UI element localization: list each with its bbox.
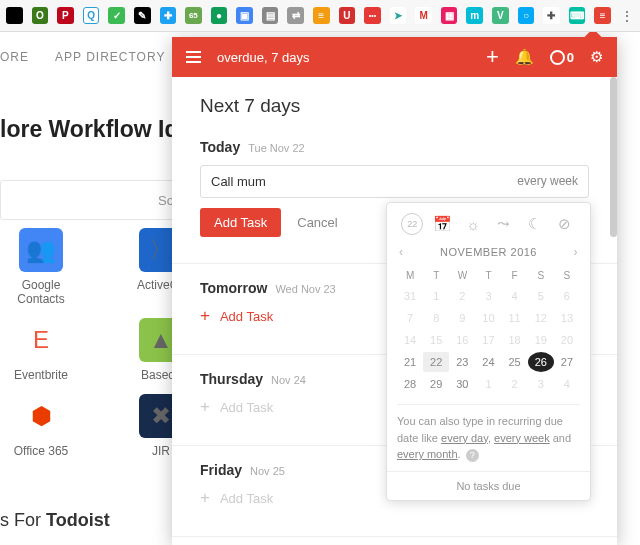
add-icon[interactable]: +: [486, 44, 499, 70]
bell-icon[interactable]: 🔔: [515, 48, 534, 66]
app-tile[interactable]: 👥Google Contacts: [12, 228, 70, 306]
extension-icon[interactable]: P: [57, 7, 74, 24]
browser-extension-bar: OPQ✓✎✚65●▣▤⇄≡U•••➤M▦mV○✚⌨≡⋮: [0, 0, 640, 32]
calendar-day[interactable]: 25: [502, 352, 528, 372]
extension-icon[interactable]: ⇄: [287, 7, 304, 24]
calendar-day[interactable]: 5: [528, 286, 554, 306]
nav-item[interactable]: ORE: [0, 50, 29, 64]
panel-header: overdue, 7 days + 🔔 0 ⚙: [172, 37, 617, 77]
bg-nav: ORE APP DIRECTORY: [0, 50, 165, 64]
calendar-day[interactable]: 14: [397, 330, 423, 350]
task-input[interactable]: Call mumevery week: [200, 165, 589, 198]
no-date-icon[interactable]: ⊘: [554, 213, 576, 235]
calendar-day[interactable]: 10: [475, 308, 501, 328]
dow-label: T: [423, 267, 449, 284]
calendar-day[interactable]: 3: [528, 374, 554, 394]
extension-icon[interactable]: ✚: [543, 7, 560, 24]
calendar-day[interactable]: 1: [423, 286, 449, 306]
calendar-day[interactable]: 18: [502, 330, 528, 350]
calendar-day[interactable]: 27: [554, 352, 580, 372]
calendar-day[interactable]: 23: [449, 352, 475, 372]
calendar-day[interactable]: 3: [475, 286, 501, 306]
help-icon[interactable]: ?: [466, 449, 479, 462]
calendar-day[interactable]: 19: [528, 330, 554, 350]
tomorrow-icon[interactable]: 📅: [432, 213, 454, 235]
link-every-week[interactable]: every week: [494, 432, 550, 444]
today-icon[interactable]: 22: [401, 213, 423, 235]
next-month-icon[interactable]: ›: [573, 245, 578, 259]
extension-icon[interactable]: ○: [518, 7, 535, 24]
calendar-day[interactable]: 28: [397, 374, 423, 394]
extension-icon[interactable]: ≡: [594, 7, 611, 24]
calendar-day[interactable]: 24: [475, 352, 501, 372]
link-every-day[interactable]: every day: [441, 432, 488, 444]
extension-icon[interactable]: ✎: [134, 7, 151, 24]
quick-date-icons: 22 📅 ☼ ⤳ ☾ ⊘: [397, 213, 580, 235]
add-task-button[interactable]: Add Task: [200, 208, 281, 237]
extension-icon[interactable]: M: [415, 7, 432, 24]
extension-icon[interactable]: ➤: [390, 7, 407, 24]
calendar-day[interactable]: 16: [449, 330, 475, 350]
calendar-day[interactable]: 9: [449, 308, 475, 328]
extension-icon[interactable]: ✚: [160, 7, 177, 24]
day-heading: TodayTue Nov 22: [200, 139, 589, 155]
link-every-month[interactable]: every month: [397, 448, 458, 460]
bg-search-input[interactable]: So: [0, 180, 190, 220]
nav-item[interactable]: APP DIRECTORY: [55, 50, 165, 64]
calendar-day[interactable]: 2: [502, 374, 528, 394]
app-tile[interactable]: EEventbrite: [12, 318, 70, 382]
extension-icon[interactable]: V: [492, 7, 509, 24]
calendar-day[interactable]: 22: [423, 352, 449, 372]
extension-icon[interactable]: [6, 7, 23, 24]
calendar-day[interactable]: 1: [475, 374, 501, 394]
calendar-day[interactable]: 7: [397, 308, 423, 328]
calendar-day[interactable]: 21: [397, 352, 423, 372]
bg-footer-heading: s For Todoist: [0, 510, 110, 531]
moon-icon[interactable]: ☾: [523, 213, 545, 235]
dow-label: T: [475, 267, 501, 284]
calendar-day[interactable]: 29: [423, 374, 449, 394]
cancel-button[interactable]: Cancel: [297, 215, 337, 230]
extension-icon[interactable]: O: [32, 7, 49, 24]
extension-icon[interactable]: m: [466, 7, 483, 24]
calendar-day[interactable]: 13: [554, 308, 580, 328]
menu-icon[interactable]: [186, 51, 201, 63]
dow-label: M: [397, 267, 423, 284]
page-title: Next 7 days: [200, 95, 589, 117]
calendar-day[interactable]: 12: [528, 308, 554, 328]
calendar-day[interactable]: 26: [528, 352, 554, 372]
extension-icon[interactable]: Q: [83, 7, 100, 24]
gear-icon[interactable]: ⚙: [590, 48, 603, 66]
sun-icon[interactable]: ☼: [462, 213, 484, 235]
calendar-day[interactable]: 4: [502, 286, 528, 306]
app-tile[interactable]: ⬢Office 365: [12, 394, 70, 458]
calendar-day[interactable]: 17: [475, 330, 501, 350]
cal-footer: No tasks due: [387, 471, 590, 500]
extension-icon[interactable]: ▤: [262, 7, 279, 24]
calendar-day[interactable]: 15: [423, 330, 449, 350]
calendar-day[interactable]: 30: [449, 374, 475, 394]
extension-icon[interactable]: 65: [185, 7, 202, 24]
calendar-day[interactable]: 8: [423, 308, 449, 328]
extension-icon[interactable]: ●: [211, 7, 228, 24]
extension-icon[interactable]: ⌨: [569, 7, 586, 24]
calendar-day[interactable]: 4: [554, 374, 580, 394]
extension-icon[interactable]: ▦: [441, 7, 458, 24]
browser-menu-icon[interactable]: ⋮: [620, 14, 634, 18]
prev-month-icon[interactable]: ‹: [399, 245, 404, 259]
next-week-icon[interactable]: ⤳: [493, 213, 515, 235]
extension-icon[interactable]: •••: [364, 7, 381, 24]
calendar-day[interactable]: 31: [397, 286, 423, 306]
calendar-day[interactable]: 11: [502, 308, 528, 328]
calendar-day[interactable]: 20: [554, 330, 580, 350]
schedule-field[interactable]: every week: [517, 174, 578, 189]
calendar-day[interactable]: 6: [554, 286, 580, 306]
extension-icon[interactable]: ✓: [108, 7, 125, 24]
extension-icon[interactable]: U: [339, 7, 356, 24]
extension-icon[interactable]: ▣: [236, 7, 253, 24]
dow-label: W: [449, 267, 475, 284]
karma-counter[interactable]: 0: [550, 50, 574, 65]
breadcrumb[interactable]: overdue, 7 days: [217, 50, 310, 65]
calendar-day[interactable]: 2: [449, 286, 475, 306]
extension-icon[interactable]: ≡: [313, 7, 330, 24]
